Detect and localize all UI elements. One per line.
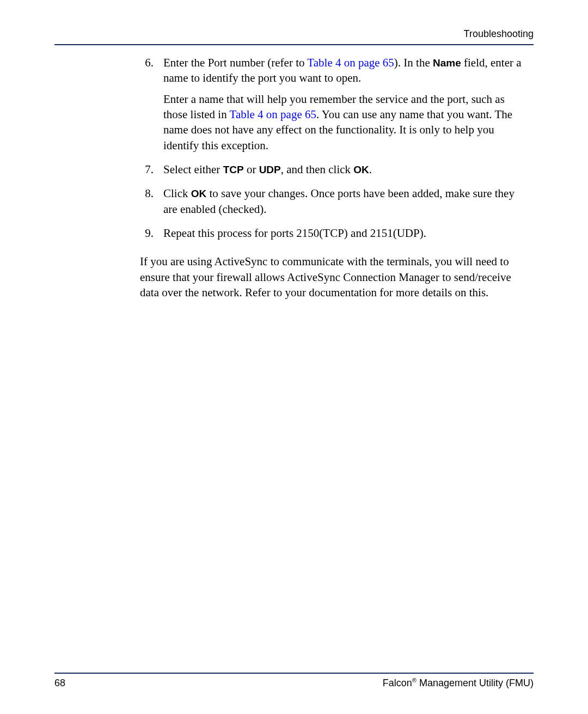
step-text: Select either TCP or UDP, and then click… — [163, 162, 525, 177]
udp-label: UDP — [259, 164, 281, 175]
step-8: 8. Click OK to save your changes. Once p… — [140, 186, 525, 217]
name-field-label: Name — [433, 57, 461, 69]
step-6-p2: Enter a name that will help you remember… — [163, 91, 525, 153]
closing-paragraph: If you are using ActiveSync to communica… — [140, 254, 525, 300]
registered-mark: ® — [412, 677, 416, 684]
step-8-p: Click OK to save your changes. Once port… — [163, 186, 525, 217]
table-4-link[interactable]: Table 4 on page 65 — [307, 56, 394, 69]
ok-label: OK — [353, 164, 369, 175]
step-number: 8. — [140, 186, 163, 217]
tcp-label: TCP — [223, 164, 244, 175]
step-number: 6. — [140, 55, 163, 153]
page-header: Troubleshooting — [54, 28, 534, 45]
step-9-p: Repeat this process for ports 2150(TCP) … — [163, 225, 525, 241]
product-name: Falcon® Management Utility (FMU) — [383, 677, 534, 689]
page-number: 68 — [54, 678, 65, 689]
content-area: 6. Enter the Port number (refer to Table… — [140, 55, 525, 300]
step-9: 9. Repeat this process for ports 2150(TC… — [140, 225, 525, 241]
step-text: Enter the Port number (refer to Table 4 … — [163, 55, 525, 153]
step-7: 7. Select either TCP or UDP, and then cl… — [140, 162, 525, 177]
ok-label: OK — [191, 188, 207, 199]
step-text: Repeat this process for ports 2150(TCP) … — [163, 225, 525, 241]
step-number: 9. — [140, 225, 163, 241]
step-number: 7. — [140, 162, 163, 177]
page-container: Troubleshooting 6. Enter the Port number… — [0, 0, 588, 714]
page-footer: 68 Falcon® Management Utility (FMU) — [54, 673, 534, 689]
step-6: 6. Enter the Port number (refer to Table… — [140, 55, 525, 153]
step-7-p: Select either TCP or UDP, and then click… — [163, 162, 525, 177]
step-text: Click OK to save your changes. Once port… — [163, 186, 525, 217]
step-6-p1: Enter the Port number (refer to Table 4 … — [163, 55, 525, 86]
table-4-link[interactable]: Table 4 on page 65 — [230, 108, 316, 121]
header-title: Troubleshooting — [464, 28, 534, 39]
